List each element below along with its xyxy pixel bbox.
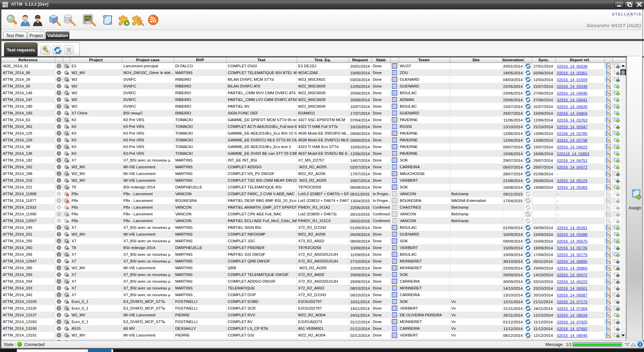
svg-text:A: A — [3, 2, 5, 4]
svg-text:M: M — [6, 5, 7, 7]
svg-text:T: T — [6, 2, 7, 4]
svg-text:T: T — [3, 5, 4, 7]
